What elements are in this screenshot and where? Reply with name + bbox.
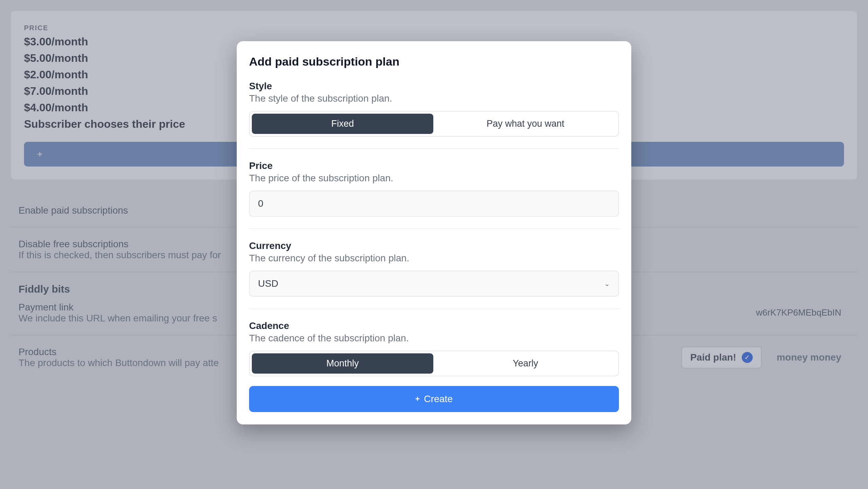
currency-select[interactable]: USD ⌄	[249, 271, 619, 297]
create-button-label: Create	[424, 394, 453, 405]
price-label: Price	[249, 160, 619, 171]
cadence-label: Cadence	[249, 320, 619, 331]
cadence-option-monthly[interactable]: Monthly	[252, 353, 433, 374]
cadence-segmented-control: Monthly Yearly	[249, 351, 619, 376]
style-description: The style of the subscription plan.	[249, 93, 619, 104]
chevron-down-icon: ⌄	[604, 280, 610, 288]
plus-icon: +	[415, 395, 420, 403]
price-group: Price The price of the subscription plan…	[249, 160, 619, 229]
add-subscription-modal: Add paid subscription plan Style The sty…	[237, 41, 631, 424]
currency-label: Currency	[249, 240, 619, 251]
modal-title: Add paid subscription plan	[249, 55, 619, 68]
style-option-fixed[interactable]: Fixed	[252, 114, 433, 134]
style-label: Style	[249, 81, 619, 92]
create-button[interactable]: + Create	[249, 386, 619, 412]
currency-description: The currency of the subscription plan.	[249, 253, 619, 264]
cadence-description: The cadence of the subscription plan.	[249, 333, 619, 344]
cadence-option-yearly[interactable]: Yearly	[435, 353, 616, 374]
price-description: The price of the subscription plan.	[249, 173, 619, 184]
price-input[interactable]	[249, 191, 619, 217]
style-group: Style The style of the subscription plan…	[249, 81, 619, 149]
style-segmented-control: Fixed Pay what you want	[249, 111, 619, 137]
currency-group: Currency The currency of the subscriptio…	[249, 240, 619, 309]
currency-value: USD	[258, 278, 278, 289]
style-option-pwyw[interactable]: Pay what you want	[435, 114, 616, 134]
cadence-group: Cadence The cadence of the subscription …	[249, 320, 619, 386]
